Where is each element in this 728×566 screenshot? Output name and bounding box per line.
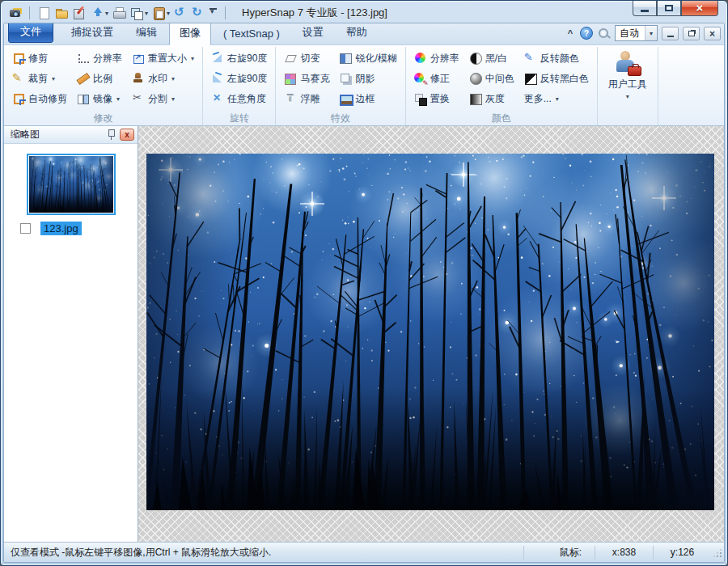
mosaic-button[interactable]: 马赛克 <box>280 69 333 88</box>
chevron-down-icon: ▾ <box>52 75 55 82</box>
sharpen-blur-icon <box>339 52 352 65</box>
close-button[interactable] <box>681 1 718 16</box>
mirror-button[interactable]: 镜像▾ <box>73 89 126 108</box>
auto-trim-button[interactable]: 自动修剪 <box>8 89 71 108</box>
tab-image[interactable]: 图像 <box>169 23 211 45</box>
tab-help[interactable]: 帮助 <box>336 23 378 44</box>
tab-capture-settings[interactable]: 捕捉设置 <box>61 23 124 44</box>
document-minimize-button[interactable] <box>662 27 679 40</box>
status-mode-text: 仅查看模式 -鼠标左键平移图像,用Ctrl + 鼠标滑轮放大或缩小. <box>4 546 523 560</box>
color-resolution-button[interactable]: 分辨率 <box>410 49 463 68</box>
undo-icon[interactable] <box>173 6 188 20</box>
watermark-button[interactable]: 水印▾ <box>128 69 198 88</box>
scissors-icon <box>132 92 145 105</box>
tab-bar-right-controls: ^ ? 自动 ▾ <box>565 25 721 44</box>
crop-icon <box>12 52 25 65</box>
tab-textsnap[interactable]: ( TextSnap ) <box>213 23 290 44</box>
chevron-down-icon: ▾ <box>116 95 120 103</box>
grayscale-button[interactable]: 灰度 <box>465 89 518 108</box>
sharpen-blur-button[interactable]: 锐化/模糊 <box>335 49 400 68</box>
trim-button[interactable]: 修剪 <box>8 49 71 68</box>
auto-crop-icon <box>12 92 25 105</box>
replace-color-button[interactable]: 置换 <box>410 89 463 108</box>
zoom-mode-value: 自动 <box>616 27 645 40</box>
button-label: 置换 <box>430 92 450 106</box>
close-icon <box>709 26 715 40</box>
color-correct-button[interactable]: 修正 <box>410 69 463 88</box>
paste-icon <box>151 6 166 20</box>
button-label: 裁剪 <box>28 72 48 86</box>
open-file-icon[interactable] <box>54 6 69 20</box>
user-tools-button[interactable]: 用户工具 ▾ <box>602 49 654 101</box>
shear-button[interactable]: 切变 <box>280 49 333 68</box>
chevron-down-icon[interactable]: ▾ <box>645 26 657 40</box>
main-content: 缩略图 123.jpg <box>4 126 724 542</box>
button-label: 比例 <box>93 72 112 86</box>
window-controls <box>633 1 718 16</box>
chevron-down-icon: ▾ <box>145 10 148 17</box>
thumbnail-panel: 缩略图 123.jpg <box>4 126 138 542</box>
image-canvas[interactable] <box>138 126 724 542</box>
rotate-left-90-button[interactable]: 左旋90度 <box>207 69 271 88</box>
any-angle-button[interactable]: 任意角度 <box>207 89 271 108</box>
resize-button[interactable]: 重置大小▾ <box>128 49 198 68</box>
print-icon[interactable] <box>112 6 126 20</box>
thumbnail-image[interactable] <box>27 154 116 215</box>
file-checkbox[interactable] <box>20 223 31 234</box>
ratio-button[interactable]: 比例 <box>73 69 126 88</box>
resize-grip[interactable] <box>711 545 724 560</box>
toolbar-separator <box>225 6 226 19</box>
button-label: 灰度 <box>485 92 505 106</box>
invert-bw-icon <box>524 72 537 85</box>
ribbon-group-effects: 切变 马赛克 浮雕 锐化/模糊 阴影 边框 特效 <box>276 47 405 125</box>
maximize-button[interactable] <box>657 1 681 16</box>
window-title: HyperSnap 7 专业版 - [123.jpg] <box>242 6 387 20</box>
panel-close-button[interactable] <box>120 129 134 141</box>
black-white-icon <box>469 52 482 65</box>
redo-icon[interactable] <box>191 6 205 20</box>
emboss-button[interactable]: 浮雕 <box>280 89 333 108</box>
border-button[interactable]: 边框 <box>335 89 400 108</box>
chevron-down-icon: ▾ <box>105 10 108 17</box>
help-icon[interactable]: ? <box>580 27 593 40</box>
paste-button[interactable]: ▾ <box>151 6 170 20</box>
shadow-button[interactable]: 阴影 <box>335 69 400 88</box>
status-mouse-y: y:126 <box>653 546 711 560</box>
tab-edit[interactable]: 编辑 <box>125 23 167 44</box>
resolution-button[interactable]: 分辨率 <box>73 49 126 68</box>
app-body: 文件 捕捉设置 编辑 图像 ( TextSnap ) 设置 帮助 ^ ? 自动 … <box>3 23 725 563</box>
split-button[interactable]: 分割▾ <box>128 89 198 108</box>
minimize-button[interactable] <box>633 1 657 16</box>
save-icon[interactable] <box>72 6 87 20</box>
document-close-button[interactable] <box>704 27 721 40</box>
invert-bw-button[interactable]: 反转黑白色 <box>520 69 593 88</box>
file-name-label[interactable]: 123.jpg <box>40 222 82 235</box>
new-file-icon[interactable] <box>36 6 51 20</box>
panel-title: 缩略图 <box>11 128 40 142</box>
tab-settings[interactable]: 设置 <box>292 23 334 44</box>
black-white-button[interactable]: 黑/白 <box>465 49 518 68</box>
thumbnail-panel-header: 缩略图 <box>4 126 138 144</box>
collapse-ribbon-icon[interactable]: ^ <box>565 28 576 38</box>
magnifier-icon[interactable] <box>597 27 611 40</box>
mosaic-icon <box>284 72 297 85</box>
export-button[interactable]: ▾ <box>90 6 108 20</box>
midtone-button[interactable]: 中间色 <box>465 69 518 88</box>
chevron-down-icon: ▾ <box>167 10 170 17</box>
photo-image[interactable] <box>146 154 714 510</box>
more-colors-button[interactable]: 更多...▾ <box>520 89 593 108</box>
copy-button[interactable]: ▾ <box>129 6 148 20</box>
thumbnail-picture <box>29 156 113 213</box>
document-restore-button[interactable] <box>683 27 700 40</box>
ribbon-group-modify: 修剪 裁剪▾ 自动修剪 分辨率 比例 镜像▾ 重置大小▾ 水印▾ 分割▾ 修改 <box>4 47 203 125</box>
zoom-mode-select[interactable]: 自动 ▾ <box>615 25 658 41</box>
invert-colors-button[interactable]: 反转颜色 <box>520 49 593 68</box>
customize-toolbar-icon[interactable] <box>209 6 218 20</box>
thumbnail-file-row: 123.jpg <box>4 222 138 235</box>
tab-file[interactable]: 文件 <box>8 23 53 43</box>
maximize-icon <box>665 5 673 11</box>
rotate-right-90-button[interactable]: 右旋90度 <box>207 49 271 68</box>
pin-icon[interactable] <box>105 129 116 141</box>
app-logo-icon[interactable] <box>8 6 23 20</box>
cut-button[interactable]: 裁剪▾ <box>8 69 71 88</box>
